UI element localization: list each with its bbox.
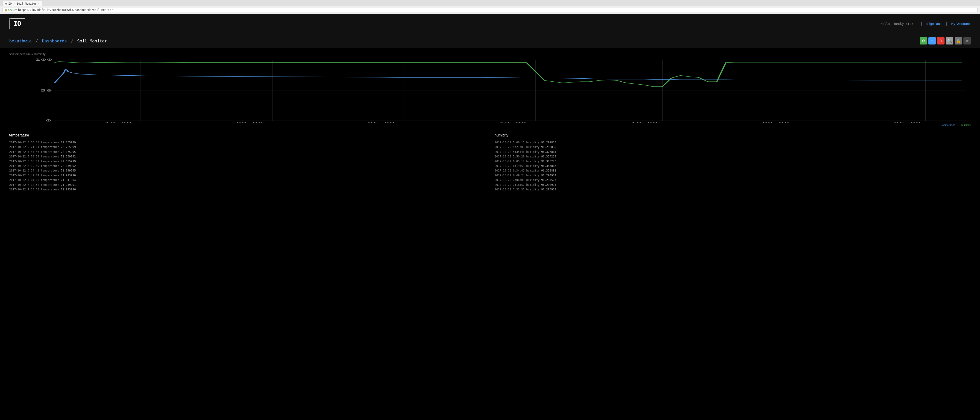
chart-area: 100 50 0 18:00 00:00 Oct 21 06:0 <box>9 58 971 123</box>
url-text: https://io.adafruit.com/bekathwia/dashbo… <box>18 8 113 11</box>
table-row: 2017-10-22 5:35:46 humidity 96.326881 <box>495 150 971 154</box>
edit-button[interactable]: ✏ <box>963 37 971 45</box>
browser-address-bar-container: 🔒 Secure https://io.adafruit.com/bekathw… <box>0 6 980 14</box>
table-row: 2017-10-22 6:19:59 temperature 72.139992 <box>9 164 485 168</box>
table-row: 2017-10-22 6:49:24 temperature 71.923996 <box>9 173 485 178</box>
temperature-table-section: temperature 2017-10-22 5:06:15 temperatu… <box>9 133 485 191</box>
legend-humidity-label: — humidity <box>958 123 971 126</box>
table-row: 2017-10-22 5:35:46 temperature 72.175995 <box>9 150 485 154</box>
my-account-link[interactable]: My Account <box>951 22 971 26</box>
svg-text:100: 100 <box>35 58 52 61</box>
svg-text:06:00: 06:00 <box>368 122 395 123</box>
breadcrumb-sep2: / <box>71 38 73 43</box>
table-row: 2017-10-22 6:49:24 humidity 96.294914 <box>495 173 971 178</box>
main-content: soil temperature & humidity 100 50 0 <box>0 48 980 195</box>
chart-container: soil temperature & humidity 100 50 0 <box>9 52 971 126</box>
table-row: 2017-10-22 5:50:29 humidity 96.324219 <box>495 154 971 159</box>
sep2: | <box>946 22 948 26</box>
tab-favicon: ⚙ <box>5 2 7 5</box>
svg-text:50: 50 <box>40 89 52 92</box>
chart-legend: — temperature — humidity <box>9 123 971 126</box>
table-row: 2017-10-22 7:04:09 temperature 71.941994 <box>9 178 485 182</box>
temperature-data-rows[interactable]: 2017-10-22 5:06:15 temperature 72.265999… <box>9 140 485 191</box>
dashboard-toolbar: ⚙ + 🗑 🔍 🔒 ✏ <box>920 37 971 45</box>
tab-close-button[interactable]: ✕ <box>38 3 40 5</box>
svg-text:12:00: 12:00 <box>499 122 527 123</box>
humidity-table-title: humidity <box>495 133 971 137</box>
breadcrumb-dashboards[interactable]: Dashboards <box>42 38 67 43</box>
svg-line-5 <box>9 18 11 20</box>
table-row: 2017-10-22 7:18:52 temperature 71.959991 <box>9 182 485 187</box>
humidity-data-rows[interactable]: 2017-10-22 5:06:15 humidity 96.292835201… <box>495 140 971 191</box>
table-row: 2017-10-22 6:19:59 humidity 96.343887 <box>495 164 971 168</box>
table-row: 2017-10-22 7:33:35 temperature 71.923996 <box>9 187 485 191</box>
breadcrumb: bekathwia / Dashboards / Soil Monitor <box>9 38 107 43</box>
table-row: 2017-10-22 6:05:12 temperature 72.085999 <box>9 159 485 164</box>
legend-temperature-label: — temperature <box>938 123 955 126</box>
humidity-table-section: humidity 2017-10-22 5:06:15 humidity 96.… <box>495 133 971 191</box>
svg-text:06:00: 06:00 <box>894 122 921 123</box>
chart-title: soil temperature & humidity <box>9 52 971 56</box>
greeting-text: Hello, Becky Stern <box>880 22 915 26</box>
table-row: 2017-10-22 6:34:42 temperature 72.049995 <box>9 168 485 173</box>
temperature-table-title: temperature <box>9 133 485 137</box>
svg-text:0: 0 <box>46 119 52 122</box>
svg-text:18:00: 18:00 <box>104 122 132 123</box>
search-button[interactable]: 🔍 <box>946 37 953 45</box>
table-row: 2017-10-22 7:18:52 humidity 96.294914 <box>495 182 971 187</box>
data-tables: temperature 2017-10-22 5:06:15 temperatu… <box>9 133 971 191</box>
page-header: bekathwia / Dashboards / Soil Monitor ⚙ … <box>0 34 980 48</box>
active-tab[interactable]: ⚙ IO · Soil Monitor ✕ <box>2 1 42 6</box>
header-navigation: Hello, Becky Stern | Sign Out | My Accou… <box>879 22 971 26</box>
sep1: | <box>921 22 923 26</box>
app-header: IO ★ Hello, Becky Stern | Sign Out | My … <box>0 14 980 34</box>
table-row: 2017-10-22 7:33:35 humidity 96.286919 <box>495 187 971 191</box>
settings-button[interactable]: ⚙ <box>920 37 927 45</box>
table-row: 2017-10-22 5:06:15 temperature 72.265999 <box>9 140 485 145</box>
svg-text:00:00: 00:00 <box>762 122 789 123</box>
chart-svg: 100 50 0 18:00 00:00 Oct 21 06:0 <box>9 58 971 123</box>
table-row: 2017-10-22 5:50:29 temperature 72.139992 <box>9 154 485 159</box>
sign-out-link[interactable]: Sign Out <box>926 22 942 26</box>
address-bar[interactable]: 🔒 Secure https://io.adafruit.com/bekathw… <box>2 8 978 12</box>
svg-text:★: ★ <box>17 22 18 25</box>
browser-tab-bar: ⚙ IO · Soil Monitor ✕ <box>0 0 980 6</box>
breadcrumb-sep1: / <box>35 38 38 43</box>
adafruit-logo: IO ★ <box>9 18 25 29</box>
add-block-button[interactable]: + <box>928 37 936 45</box>
breadcrumb-user[interactable]: bekathwia <box>9 38 32 43</box>
delete-button[interactable]: 🗑 <box>937 37 945 45</box>
breadcrumb-current: Soil Monitor <box>77 38 107 43</box>
table-row: 2017-10-22 6:05:12 humidity 96.316223 <box>495 159 971 164</box>
table-row: 2017-10-22 5:21:01 temperature 72.265999 <box>9 145 485 149</box>
tab-title: IO · Soil Monitor <box>8 2 37 5</box>
secure-badge: 🔒 Secure <box>5 8 17 11</box>
svg-text:18:00: 18:00 <box>630 122 658 123</box>
table-row: 2017-10-22 5:21:01 humidity 96.292839 <box>495 145 971 149</box>
table-row: 2017-10-22 5:06:15 humidity 96.292835 <box>495 140 971 145</box>
lock-button[interactable]: 🔒 <box>955 37 962 45</box>
table-row: 2017-10-22 6:34:42 humidity 96.352882 <box>495 168 971 173</box>
svg-text:00:00: 00:00 <box>236 122 263 123</box>
table-row: 2017-10-22 7:04:09 humidity 96.297577 <box>495 178 971 182</box>
